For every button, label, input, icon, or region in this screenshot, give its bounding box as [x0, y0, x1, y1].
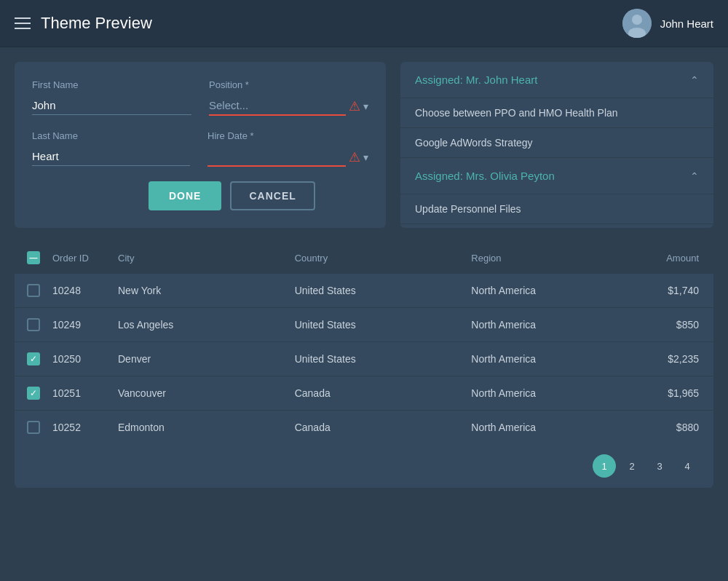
page-btn-1[interactable]: 1 [593, 454, 616, 478]
task-section-2: Assigned: Mrs. Olivia Peyton ⌃ Update Pe… [400, 158, 713, 224]
first-name-label: First Name [32, 79, 191, 90]
tasks-card: Assigned: Mr. John Heart ⌃ Choose betwee… [400, 62, 713, 228]
position-label: Position * [209, 79, 368, 90]
table-row: 10248 New York United States North Ameri… [15, 273, 713, 307]
row-amount-5: $880 [648, 422, 713, 433]
cancel-button[interactable]: CANCEL [230, 181, 314, 210]
position-group: Position * Select... ⚠ ▾ [209, 79, 368, 116]
row-amount-1: $1,740 [648, 285, 713, 296]
table-row: 10252 Edmonton Canada North America $880 [15, 410, 713, 444]
header-right: John Heart [622, 9, 713, 38]
row-orderid-1: 10248 [52, 285, 118, 296]
row-check-5[interactable] [15, 421, 52, 434]
last-name-input[interactable] [32, 147, 190, 166]
checkbox-3[interactable] [27, 352, 40, 365]
task-section-1-name: Assigned: Mr. John Heart [415, 74, 537, 86]
row-orderid-2: 10249 [52, 319, 118, 331]
svg-point-1 [632, 15, 642, 25]
col-header-country: Country [295, 253, 472, 264]
position-dropdown-arrow: ▾ [363, 100, 368, 112]
row-city-4: Vancouver [118, 387, 295, 399]
page-btn-2[interactable]: 2 [620, 454, 644, 478]
row-check-1[interactable] [15, 284, 52, 297]
col-header-amount: Amount [648, 253, 713, 264]
hire-date-input[interactable] [207, 147, 346, 167]
page-title: Theme Preview [41, 14, 152, 33]
position-select[interactable]: Select... [209, 96, 346, 116]
position-select-wrapper: Select... ⚠ ▾ [209, 96, 368, 116]
hamburger-menu[interactable] [15, 17, 31, 29]
table-row: 10251 Vancouver Canada North America $1,… [15, 376, 713, 410]
pagination: 1 2 3 4 [15, 444, 713, 488]
select-all-checkbox[interactable] [27, 251, 40, 264]
row-region-5: North America [471, 422, 648, 433]
col-header-region: Region [471, 253, 648, 264]
task-item-2: Google AdWords Strategy [400, 127, 713, 157]
hire-date-label: Hire Date * [207, 130, 368, 141]
row-amount-4: $1,965 [648, 387, 713, 399]
page-btn-3[interactable]: 3 [648, 454, 671, 478]
checkbox-1[interactable] [27, 284, 40, 297]
first-name-group: First Name [32, 79, 191, 116]
row-country-4: Canada [295, 387, 472, 399]
task-section-1-chevron: ⌃ [690, 74, 699, 86]
task-section-1-header[interactable]: Assigned: Mr. John Heart ⌃ [400, 62, 713, 98]
table-header-row: Order ID City Country Region Amount [15, 242, 713, 273]
row-region-2: North America [471, 319, 648, 331]
hire-date-wrapper: ⚠ ▾ [207, 147, 368, 167]
first-name-input[interactable] [32, 96, 191, 115]
form-row-2: Last Name Hire Date * ⚠ ▾ [32, 130, 368, 167]
user-name: John Heart [660, 17, 713, 30]
row-orderid-3: 10250 [52, 353, 118, 365]
row-orderid-4: 10251 [52, 387, 118, 399]
row-region-1: North America [471, 285, 648, 296]
top-section: First Name Position * Select... ⚠ ▾ [15, 62, 713, 228]
row-check-2[interactable] [15, 318, 52, 331]
row-check-4[interactable] [15, 387, 52, 400]
checkbox-2[interactable] [27, 318, 40, 331]
row-orderid-5: 10252 [52, 422, 118, 433]
row-country-2: United States [295, 319, 472, 331]
hire-date-group: Hire Date * ⚠ ▾ [207, 130, 368, 167]
header-left: Theme Preview [15, 14, 152, 33]
row-check-3[interactable] [15, 352, 52, 365]
task-section-2-chevron: ⌃ [690, 170, 699, 182]
row-region-4: North America [471, 387, 648, 399]
task-section-2-name: Assigned: Mrs. Olivia Peyton [415, 170, 555, 182]
header: Theme Preview John Heart [0, 0, 728, 47]
row-country-1: United States [295, 285, 472, 296]
position-error-icon: ⚠ [349, 98, 360, 114]
row-city-2: Los Angeles [118, 319, 295, 331]
row-city-1: New York [118, 285, 295, 296]
task-section-1: Assigned: Mr. John Heart ⌃ Choose betwee… [400, 62, 713, 158]
page-btn-4[interactable]: 4 [676, 454, 699, 478]
checkbox-4[interactable] [27, 387, 40, 400]
task-item-1: Choose between PPO and HMO Health Plan [400, 98, 713, 127]
row-country-5: Canada [295, 422, 472, 433]
row-amount-3: $2,235 [648, 353, 713, 365]
col-header-orderid: Order ID [52, 253, 118, 264]
row-amount-2: $850 [648, 319, 713, 331]
hire-date-error-icon: ⚠ [349, 149, 360, 165]
form-button-row: DONE CANCEL [32, 181, 368, 210]
row-region-3: North America [471, 353, 648, 365]
checkbox-5[interactable] [27, 421, 40, 434]
main-content: First Name Position * Select... ⚠ ▾ [0, 47, 728, 502]
row-city-3: Denver [118, 353, 295, 365]
orders-table: Order ID City Country Region Amount 1024… [15, 242, 713, 488]
task-item-3: Update Personnel Files [400, 194, 713, 224]
table-row: 10250 Denver United States North America… [15, 341, 713, 376]
form-card: First Name Position * Select... ⚠ ▾ [15, 62, 386, 228]
last-name-label: Last Name [32, 130, 190, 141]
header-checkbox-cell[interactable] [15, 251, 52, 264]
last-name-group: Last Name [32, 130, 190, 167]
table-row: 10249 Los Angeles United States North Am… [15, 307, 713, 341]
row-city-5: Edmonton [118, 422, 295, 433]
hire-date-dropdown-arrow: ▾ [363, 151, 368, 163]
task-section-2-header[interactable]: Assigned: Mrs. Olivia Peyton ⌃ [400, 158, 713, 194]
done-button[interactable]: DONE [149, 181, 221, 210]
form-row-1: First Name Position * Select... ⚠ ▾ [32, 79, 368, 116]
row-country-3: United States [295, 353, 472, 365]
avatar [622, 9, 652, 38]
col-header-city: City [118, 253, 295, 264]
